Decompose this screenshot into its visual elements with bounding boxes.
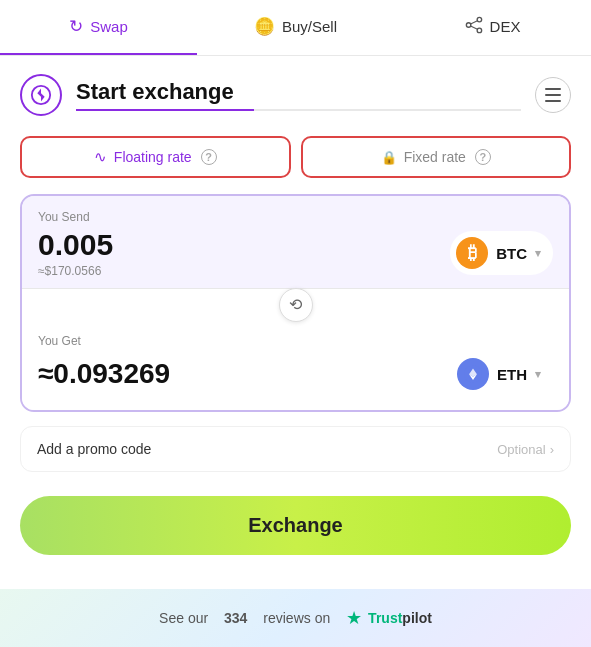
page-title: Start exchange	[76, 79, 521, 105]
get-section: You Get ≈0.093269 ETH ▾	[22, 320, 569, 410]
send-currency-chevron: ▾	[535, 247, 541, 260]
promo-row[interactable]: Add a promo code Optional ›	[20, 426, 571, 472]
top-nav: ↻ Swap 🪙 Buy/Sell DEX	[0, 0, 591, 56]
eth-icon	[457, 358, 489, 390]
floating-rate-help-icon[interactable]: ?	[201, 149, 217, 165]
btc-icon: ₿	[456, 237, 488, 269]
tab-swap[interactable]: ↻ Swap	[0, 0, 197, 55]
footer: See our 334 reviews on ★ Trustpilot	[0, 589, 591, 647]
buysell-icon: 🪙	[254, 16, 275, 37]
swap-direction-button[interactable]: ⟲	[279, 288, 313, 322]
fixed-rate-button[interactable]: 🔒 Fixed rate ?	[301, 136, 572, 178]
tab-dex-label: DEX	[490, 18, 521, 35]
get-amount: ≈0.093269	[38, 358, 170, 390]
send-usd-value: ≈$170.0566	[38, 264, 113, 278]
svg-point-0	[466, 23, 471, 28]
get-label: You Get	[38, 334, 553, 348]
svg-marker-6	[37, 89, 41, 97]
send-currency-label: BTC	[496, 245, 527, 262]
menu-button[interactable]	[535, 77, 571, 113]
title-underline	[76, 109, 521, 111]
footer-text-before: See our	[159, 610, 208, 626]
fixed-rate-label: Fixed rate	[404, 149, 466, 165]
promo-label: Add a promo code	[37, 441, 151, 457]
dex-icon	[465, 16, 483, 37]
svg-point-1	[477, 17, 482, 22]
send-label: You Send	[38, 210, 553, 224]
tab-buysell-label: Buy/Sell	[282, 18, 337, 35]
lock-icon: 🔒	[381, 150, 397, 165]
swap-divider: ⟲	[22, 288, 569, 320]
exchange-button[interactable]: Exchange	[20, 496, 571, 555]
promo-optional-text: Optional	[497, 442, 545, 457]
rate-selector: ∿ Floating rate ? 🔒 Fixed rate ?	[0, 126, 591, 188]
tab-swap-label: Swap	[90, 18, 128, 35]
floating-rate-button[interactable]: ∿ Floating rate ?	[20, 136, 291, 178]
promo-right: Optional ›	[497, 442, 554, 457]
get-currency-label: ETH	[497, 366, 527, 383]
swap-arrows-icon: ⟲	[289, 295, 302, 314]
fixed-rate-help-icon[interactable]: ?	[475, 149, 491, 165]
trustpilot-label: Trustpilot	[368, 610, 432, 626]
floating-rate-label: Floating rate	[114, 149, 192, 165]
svg-line-3	[470, 21, 477, 24]
get-currency-selector[interactable]: ETH ▾	[451, 352, 553, 396]
footer-review-count: 334	[224, 610, 247, 626]
floating-rate-icon: ∿	[94, 148, 107, 166]
app-logo	[20, 74, 62, 116]
header: Start exchange	[0, 56, 591, 126]
svg-line-4	[470, 26, 477, 29]
send-amount: 0.005	[38, 228, 113, 262]
svg-point-2	[477, 28, 482, 33]
svg-marker-7	[41, 93, 45, 101]
send-currency-selector[interactable]: ₿ BTC ▾	[450, 231, 553, 275]
tab-buysell[interactable]: 🪙 Buy/Sell	[197, 0, 394, 55]
tab-dex[interactable]: DEX	[394, 0, 591, 55]
get-currency-chevron: ▾	[535, 368, 541, 381]
promo-chevron-icon: ›	[550, 442, 554, 457]
get-row: ≈0.093269 ETH ▾	[38, 352, 553, 396]
app-container: ↻ Swap 🪙 Buy/Sell DEX	[0, 0, 591, 647]
header-title-block: Start exchange	[76, 79, 521, 111]
swap-icon: ↻	[69, 16, 83, 37]
send-section: You Send 0.005 ≈$170.0566 ₿ BTC ▾	[22, 196, 569, 288]
exchange-area: You Send 0.005 ≈$170.0566 ₿ BTC ▾ ⟲ You	[20, 194, 571, 412]
footer-text-after: reviews on	[263, 610, 330, 626]
trustpilot-star-icon: ★	[346, 607, 362, 629]
send-row: 0.005 ≈$170.0566 ₿ BTC ▾	[38, 228, 553, 278]
